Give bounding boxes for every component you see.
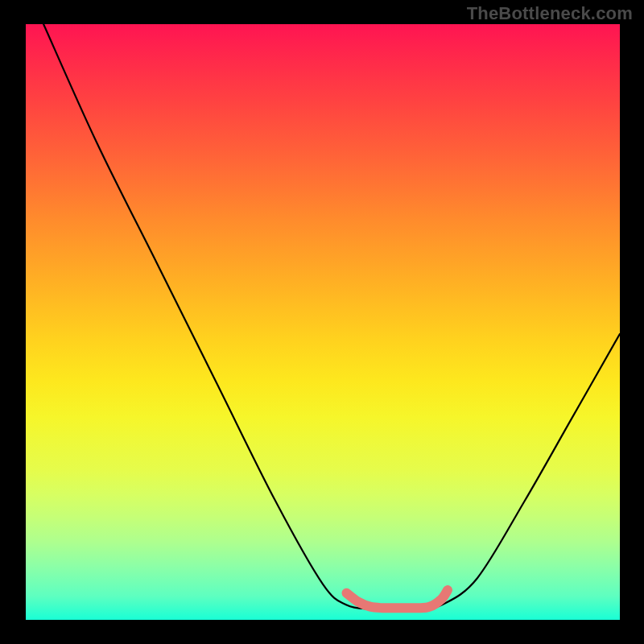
curve-highlight xyxy=(347,590,448,608)
watermark-label: TheBottleneck.com xyxy=(467,3,633,24)
chart-frame: TheBottleneck.com xyxy=(0,0,644,644)
curve-main xyxy=(43,24,620,609)
chart-svg xyxy=(26,24,620,620)
